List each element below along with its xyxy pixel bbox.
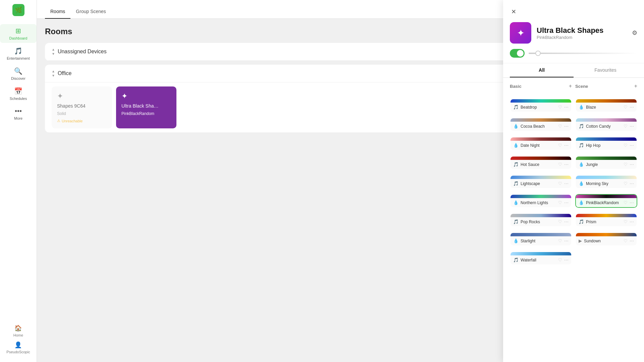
office-title: Office [58, 70, 72, 76]
cotton-name: Cotton Candy [586, 124, 610, 129]
scene-waterfall-bar [511, 252, 571, 255]
device-ultra-name: Ultra Black Sha… [121, 103, 171, 109]
hiphop-heart[interactable]: ♡ [624, 143, 628, 148]
poprocks-heart[interactable]: ♡ [558, 219, 562, 224]
morningsky-icon: 💧 [579, 181, 584, 186]
tab-rooms[interactable]: Rooms [45, 5, 70, 19]
scene-poprocks-bar [511, 214, 571, 217]
tab-group-scenes[interactable]: Group Scenes [70, 5, 111, 19]
brightness-slider[interactable] [529, 53, 637, 54]
device-shapes9c64[interactable]: ✦ Shapes 9C64 Solid ⚠ Unreachable [52, 86, 112, 128]
entertainment-icon: 🎵 [14, 47, 22, 55]
sidebar-item-schedules[interactable]: 📅 Schedules [0, 84, 37, 103]
settings-icon[interactable]: ⚙ [632, 29, 637, 37]
scene-blaze-bar [576, 99, 637, 103]
scene-hip-hop[interactable]: 🎵Hip Hop ♡⋯ [575, 137, 637, 150]
scene-lightscape[interactable]: 🎵Lightscape ♡⋯ [510, 175, 572, 189]
scene-cocoa-bar [511, 118, 571, 122]
sidebar-item-discover[interactable]: 🔍 Discover [0, 64, 37, 83]
poprocks-more[interactable]: ⋯ [564, 219, 569, 224]
cotton-more[interactable]: ⋯ [630, 124, 634, 129]
sundown-more[interactable]: ⋯ [630, 238, 634, 243]
brightness-thumb[interactable] [535, 51, 541, 56]
basic-section-header: Basic + [510, 83, 572, 89]
device-info: ✦ Ultra Black Shapes PinkBlackRandom ⚙ [510, 22, 637, 44]
scene-row-2: 💧Cocoa Beach ♡⋯ 🎵Cotton Candy ♡⋯ [510, 118, 637, 131]
cocoa-more[interactable]: ⋯ [564, 124, 569, 129]
device-ultrablack[interactable]: ✦ Ultra Black Sha… PinkBlackRandom [116, 86, 176, 128]
poprocks-icon: 🎵 [513, 219, 519, 224]
northernlights-more[interactable]: ⋯ [564, 200, 569, 205]
datenight-heart[interactable]: ♡ [558, 143, 562, 148]
scene-starlight-bar [511, 233, 571, 236]
waterfall-more[interactable]: ⋯ [564, 257, 569, 262]
scene-beatdrop-bottom: 🎵Beatdrop ♡⋯ [511, 103, 571, 112]
sidebar-item-user[interactable]: 👤 PseudoScopic [6, 341, 30, 354]
beatdrop-heart[interactable]: ♡ [558, 105, 562, 110]
power-toggle[interactable] [510, 49, 525, 58]
waterfall-heart[interactable]: ♡ [558, 257, 562, 262]
scene-morning-sky[interactable]: 💧Morning Sky ♡⋯ [575, 175, 637, 189]
hiphop-more[interactable]: ⋯ [630, 143, 634, 148]
prism-heart[interactable]: ♡ [624, 219, 628, 224]
blaze-more[interactable]: ⋯ [630, 105, 634, 110]
lightscape-heart[interactable]: ♡ [558, 181, 562, 186]
jungle-more[interactable]: ⋯ [630, 162, 634, 167]
right-panel: ✕ ✦ Ultra Black Shapes PinkBlackRandom ⚙… [503, 0, 644, 362]
sundown-heart[interactable]: ♡ [624, 238, 628, 243]
close-button[interactable]: ✕ [510, 7, 518, 17]
scene-waterfall[interactable]: 🎵Waterfall ♡⋯ [510, 251, 572, 265]
cocoa-heart[interactable]: ♡ [558, 124, 562, 129]
cocoa-icon: 💧 [513, 124, 519, 129]
starlight-heart[interactable]: ♡ [558, 238, 562, 243]
scene-northern-lights[interactable]: 💧Northern Lights ♡⋯ [510, 194, 572, 208]
blaze-heart[interactable]: ♡ [624, 105, 628, 110]
scene-cocoa-beach[interactable]: 💧Cocoa Beach ♡⋯ [510, 118, 572, 131]
morningsky-more[interactable]: ⋯ [630, 181, 634, 186]
sidebar-item-more[interactable]: ••• More [0, 105, 37, 123]
pinkblackrandom-heart[interactable]: ♡ [624, 200, 628, 205]
scene-pop-rocks[interactable]: 🎵Pop Rocks ♡⋯ [510, 213, 572, 227]
starlight-more[interactable]: ⋯ [564, 238, 569, 243]
scene-add-button[interactable]: + [634, 83, 637, 89]
scene-sundown[interactable]: ▶Sundown ♡⋯ [575, 232, 637, 246]
scene-hotsauce-bar [511, 157, 571, 160]
tab-all[interactable]: All [510, 63, 574, 77]
cotton-heart[interactable]: ♡ [624, 124, 628, 129]
blaze-name: Blaze [586, 105, 596, 110]
prism-more[interactable]: ⋯ [630, 219, 634, 224]
pinkblackrandom-more[interactable]: ⋯ [630, 200, 634, 205]
hotsauce-more[interactable]: ⋯ [564, 162, 569, 167]
device-ultra-sub: PinkBlackRandom [121, 111, 171, 116]
sidebar-item-entertainment[interactable]: 🎵 Entertainment [0, 44, 37, 63]
sidebar-label-entertainment: Entertainment [7, 56, 30, 60]
panel-header: ✕ ✦ Ultra Black Shapes PinkBlackRandom ⚙ [503, 0, 644, 49]
scene-cotton-candy[interactable]: 🎵Cotton Candy ♡⋯ [575, 118, 637, 131]
basic-add-button[interactable]: + [569, 83, 572, 89]
datenight-icon: 💧 [513, 143, 519, 148]
scene-pinkblackrandom[interactable]: 💧PinkBlackRandom ♡⋯ [575, 194, 637, 208]
sundown-name: Sundown [584, 239, 601, 243]
scene-columns-header: Basic + Scene + [510, 83, 637, 93]
beatdrop-more[interactable]: ⋯ [564, 105, 569, 110]
scene-date-night[interactable]: 💧Date Night ♡⋯ [510, 137, 572, 150]
scene-beatdrop[interactable]: 🎵Beatdrop ♡⋯ [510, 99, 572, 112]
datenight-more[interactable]: ⋯ [564, 143, 569, 148]
scene-row-4: 🎵Hot Sauce ♡⋯ 💧Jungle ♡⋯ [510, 156, 637, 170]
tab-favourites[interactable]: Favourites [574, 63, 637, 77]
scene-hot-sauce[interactable]: 🎵Hot Sauce ♡⋯ [510, 156, 572, 170]
sidebar-item-home[interactable]: 🏠 Home [13, 324, 23, 337]
sundown-icon: ▶ [579, 238, 582, 243]
scene-blaze[interactable]: 💧Blaze ♡⋯ [575, 99, 637, 112]
sidebar-item-dashboard[interactable]: ⊞ Dashboard [0, 24, 37, 43]
northernlights-heart[interactable]: ♡ [558, 200, 562, 205]
lightscape-more[interactable]: ⋯ [564, 181, 569, 186]
scene-prism[interactable]: 🎵Prism ♡⋯ [575, 213, 637, 227]
scene-morningsky-bottom: 💧Morning Sky ♡⋯ [576, 179, 637, 188]
scene-jungle[interactable]: 💧Jungle ♡⋯ [575, 156, 637, 170]
morningsky-heart[interactable]: ♡ [624, 181, 628, 186]
hotsauce-heart[interactable]: ♡ [558, 162, 562, 167]
scene-starlight[interactable]: 💧Starlight ♡⋯ [510, 232, 572, 246]
jungle-heart[interactable]: ♡ [624, 162, 628, 167]
beatdrop-icon: 🎵 [513, 105, 519, 110]
